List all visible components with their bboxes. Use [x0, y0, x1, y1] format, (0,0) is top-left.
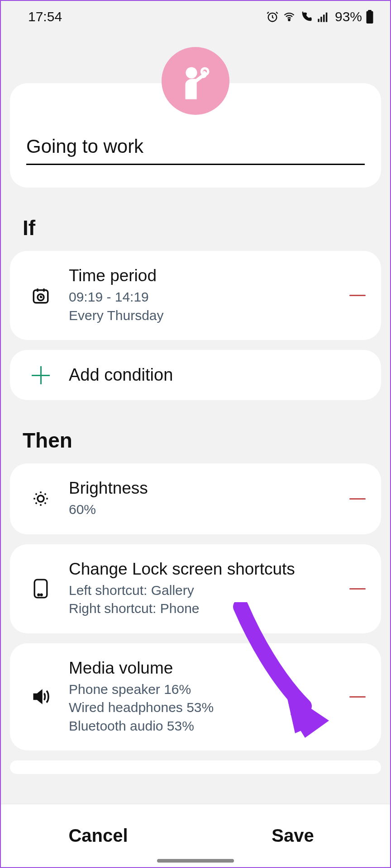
svg-point-14 [38, 594, 39, 595]
remove-action-button[interactable] [348, 489, 367, 509]
save-button[interactable]: Save [196, 804, 390, 867]
action-value: 60% [69, 500, 343, 519]
next-card-peek [10, 760, 381, 774]
condition-title: Time period [69, 266, 343, 285]
wifi-icon [282, 10, 296, 23]
calendar-clock-icon [28, 286, 53, 305]
add-condition-label: Add condition [69, 365, 367, 385]
action-right-shortcut: Right shortcut: Phone [69, 599, 343, 618]
remove-action-button[interactable] [348, 687, 367, 707]
brightness-icon [28, 489, 53, 508]
action-speaker: Phone speaker 16% [69, 680, 343, 699]
action-brightness[interactable]: Brightness 60% [10, 463, 381, 534]
signal-icon [317, 10, 329, 23]
action-wired: Wired headphones 53% [69, 698, 343, 717]
plus-icon [32, 366, 50, 384]
svg-rect-6 [367, 11, 373, 24]
svg-rect-5 [326, 13, 328, 22]
then-section-label: Then [23, 428, 368, 453]
nav-handle[interactable] [157, 859, 234, 863]
commute-icon [175, 61, 216, 101]
alarm-icon [266, 10, 279, 23]
svg-rect-3 [320, 17, 322, 22]
if-section-label: If [23, 216, 368, 240]
remove-action-button[interactable] [348, 579, 367, 599]
action-title: Media volume [69, 659, 343, 678]
add-condition-button[interactable]: Add condition [10, 350, 381, 400]
volume-icon [28, 687, 53, 707]
remove-condition-button[interactable] [348, 286, 367, 306]
action-left-shortcut: Left shortcut: Gallery [69, 581, 343, 600]
svg-rect-7 [368, 10, 372, 12]
call-icon [300, 10, 313, 23]
svg-point-8 [186, 67, 197, 78]
svg-rect-2 [318, 19, 319, 22]
action-lockscreen-shortcuts[interactable]: Change Lock screen shortcuts Left shortc… [10, 544, 381, 633]
status-icons: 93% [266, 9, 374, 24]
action-title: Change Lock screen shortcuts [69, 560, 343, 579]
condition-time: 09:19 - 14:19 [69, 288, 343, 307]
action-media-volume[interactable]: Media volume Phone speaker 16% Wired hea… [10, 643, 381, 751]
status-bar: 17:54 93% [1, 1, 390, 29]
svg-point-12 [38, 495, 44, 502]
action-bluetooth: Bluetooth audio 53% [69, 717, 343, 736]
bottom-action-bar: Cancel Save [1, 804, 390, 867]
action-title: Brightness [69, 479, 343, 498]
device-icon [28, 578, 53, 599]
routine-category-icon[interactable] [162, 47, 229, 115]
condition-days: Every Thursday [69, 307, 343, 325]
svg-rect-4 [323, 14, 325, 22]
svg-point-15 [41, 594, 42, 595]
cancel-button[interactable]: Cancel [1, 804, 196, 867]
battery-icon [366, 10, 374, 24]
battery-percent: 93% [335, 9, 362, 24]
status-time: 17:54 [28, 9, 62, 24]
condition-time-period[interactable]: Time period 09:19 - 14:19 Every Thursday [10, 251, 381, 340]
svg-point-1 [288, 19, 290, 21]
routine-name-input[interactable] [26, 133, 365, 165]
